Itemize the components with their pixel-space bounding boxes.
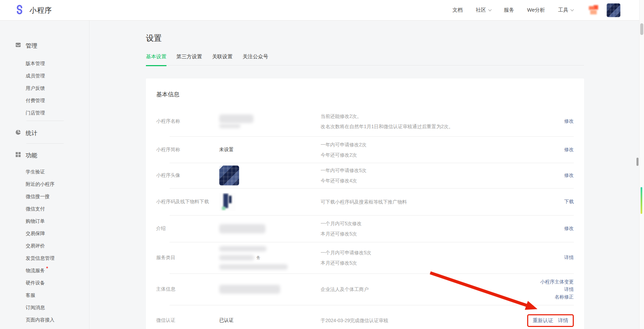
row-hint: 可下载小程序码及搜索框等线下推广物料 [321,197,519,207]
row-action: 修改 [519,118,574,124]
new-badge-dot [46,267,48,268]
avatar[interactable] [607,3,620,17]
modify-avatar-link[interactable]: 修改 [564,172,574,178]
scroll-marker [641,187,642,214]
sidebar-item-hardware-devices[interactable]: 硬件设备 [26,280,45,285]
table-row-qrcode-materials: 小程序码及线下物料下载 可下载小程序码及搜索框等线下推广物料 下载 [156,188,574,215]
sidebar-item-nearby-mini-programs[interactable]: 附近的小程序 [26,182,54,186]
table-row-name: 小程序名称 当前还能修改2次。 改名次数将在自然年1月1日和微信认证审核通过后重… [156,106,574,136]
divider [26,143,64,144]
table-row-short-name: 小程序简称 未设置 一年内可申请修改2次 今年还可修改2次 修改 [156,136,574,163]
category-details-link[interactable]: 详情 [564,255,574,260]
modify-intro-link[interactable]: 修改 [564,226,574,231]
row-action: 修改 [519,147,574,153]
row-label: 小程序简称 [156,147,219,153]
settings-tabs: 基本设置 第三方设置 关联设置 关注公众号 [146,53,268,66]
visible-text-fragment: 务 [256,255,260,261]
row-action: 下载 [519,199,574,205]
row-hint: 当前还能修改2次。 改名次数将在自然年1月1日和微信认证审核通过后重置为2次。 [321,111,519,132]
sidebar-item-wechat-pay[interactable]: 微信支付 [26,206,45,211]
row-label: 主体信息 [156,286,219,292]
modify-short-name-link[interactable]: 修改 [564,147,574,152]
subject-type-note: 企业法人及个体工商户 [321,284,519,294]
row-hint: 一年内可申请修改5次 今年还可修改4次 [321,165,519,186]
row-label: 小程序码及线下物料下载 [156,199,219,205]
scrollbar[interactable] [639,0,644,329]
subject-details-link[interactable]: 详情 [564,287,574,292]
sidebar-item-shipping-info-management[interactable]: 发货信息管理 [26,256,54,260]
row-hint: 于2024-03-29完成微信认证审核 [321,315,519,326]
name-correction-link[interactable]: 名称修正 [555,294,574,299]
redacted-category-values: 务 [219,246,321,270]
row-value: 未设置 [219,147,321,153]
modify-name-link[interactable]: 修改 [564,118,574,124]
sidebar-item-page-content-access[interactable]: 页面内容接入 [26,317,54,322]
row-label: 服务类目 [156,255,219,261]
sidebar-item-version-management[interactable]: 版本管理 [26,61,45,66]
nav-we-analytics[interactable]: We分析 [527,7,545,13]
top-bar: 小程序 文档 社区 服务 We分析 工具 [0,0,644,21]
download-materials-link[interactable]: 下载 [564,199,574,204]
row-label: 微信认证 [156,317,219,324]
table-row-wechat-verification: 微信认证 已认证 于2024-03-29完成微信认证审核 重新认证 详情 [156,305,574,329]
tab-association-settings[interactable]: 关联设置 [212,53,233,66]
top-nav: 文档 社区 服务 We分析 工具 [453,7,573,13]
section-title: 基本信息 [156,92,574,98]
recertify-highlight-box: 重新认证 详情 [527,314,574,327]
row-label: 介绍 [156,226,219,232]
recertify-link[interactable]: 重新认证 [533,317,553,324]
table-row-introduction: 介绍 一个月内可5次修改 本月还可修改5次 修改 [156,215,574,242]
sidebar-item-transaction-guarantee[interactable]: 交易保障 [26,231,45,236]
sidebar: 管理 版本管理 成员管理 用户反馈 付费管理 门店管理 统计 [0,21,89,329]
grid-icon [15,151,21,159]
tab-basic-settings[interactable]: 基本设置 [146,53,166,66]
nav-tools[interactable]: 工具 [558,7,573,13]
row-hint: 一个月内可5次修改 本月还可修改5次 [321,218,519,239]
sidebar-item-subscription-messages[interactable]: 订阅消息 [26,305,45,310]
row-label: 小程序头像 [156,172,219,179]
subject-change-link[interactable]: 小程序主体变更 [540,279,574,284]
sidebar-item-payment-management[interactable]: 付费管理 [26,98,45,103]
verification-details-link[interactable]: 详情 [558,317,568,324]
scroll-marker [636,158,639,166]
logo[interactable]: 小程序 [14,4,52,16]
divider [26,121,64,121]
redacted-intro-value [219,224,321,233]
row-actions: 小程序主体变更 详情 名称修正 [519,279,574,299]
pie-chart-icon [15,129,21,137]
sidebar-item-user-feedback[interactable]: 用户反馈 [26,86,45,90]
sidebar-section-manage: 管理 [15,42,89,49]
sidebar-item-transaction-reviews[interactable]: 交易评价 [26,243,45,248]
scrollbar-thumb[interactable] [640,23,643,35]
chevron-down-icon [570,8,574,11]
account-avatars [587,3,620,17]
nav-community[interactable]: 社区 [476,7,491,13]
row-action: 修改 [519,226,574,232]
row-hint: 一个月内可申请修改5次 本月还可修改5次 [321,247,519,268]
mini-program-logo-icon [14,4,25,16]
sidebar-item-logistics-services[interactable]: 物流服务 [26,268,45,273]
tab-follow-official-account[interactable]: 关注公众号 [243,53,268,66]
sidebar-item-member-management[interactable]: 成员管理 [26,73,45,78]
table-row-subject-info: 主体信息 企业法人及个体工商户 小程序主体变更 详情 名称修正 [156,273,574,305]
row-action: 详情 [519,255,574,261]
sidebar-item-student-verification[interactable]: 学生验证 [26,169,45,174]
redacted-subject-value [219,285,321,294]
row-action: 重新认证 详情 [519,314,574,327]
sidebar-section-statistics[interactable]: 统计 [15,130,89,136]
avatar[interactable] [587,3,600,17]
sidebar-item-store-management[interactable]: 门店管理 [26,110,45,115]
row-action: 修改 [519,172,574,179]
sidebar-item-wechat-search[interactable]: 微信搜一搜 [26,194,50,199]
nav-services[interactable]: 服务 [504,7,514,13]
sidebar-item-shopping-orders[interactable]: 购物订单 [26,219,45,223]
basic-info-card: 基本信息 小程序名称 当前还能修改2次。 改名次数将在自然年1月1日和微信认证审… [146,78,584,329]
mini-program-code-image [219,193,321,211]
tab-third-party-settings[interactable]: 第三方设置 [176,53,202,66]
nav-docs[interactable]: 文档 [453,7,463,13]
logo-text: 小程序 [29,5,52,15]
mini-program-avatar-image [219,166,321,185]
redacted-name-value [219,114,321,128]
sidebar-item-customer-service[interactable]: 客服 [26,293,35,297]
row-label: 小程序名称 [156,118,219,124]
